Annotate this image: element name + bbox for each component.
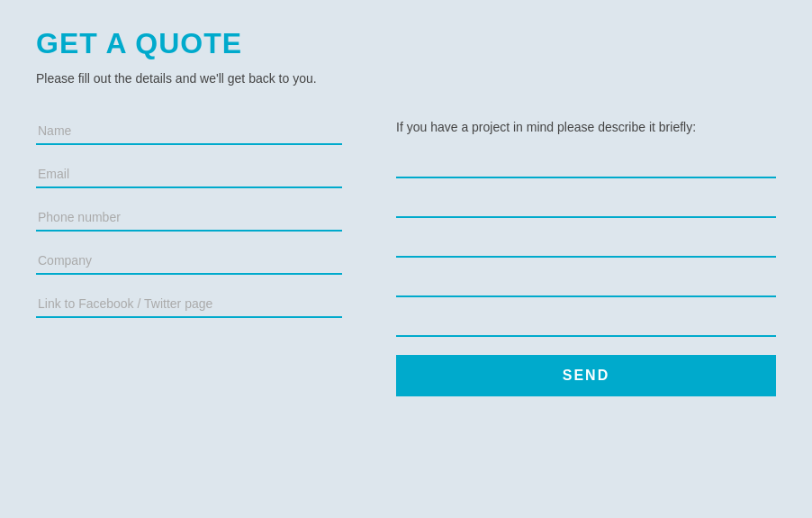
form-container: GET A QUOTE Please fill out the details … xyxy=(36,27,776,396)
project-description-label: If you have a project in mind please des… xyxy=(396,118,776,137)
desc-input-2[interactable] xyxy=(396,191,776,218)
name-input[interactable] xyxy=(36,118,342,145)
desc-field-1 xyxy=(396,151,776,178)
form-layout: If you have a project in mind please des… xyxy=(36,118,776,396)
desc-field-2 xyxy=(396,191,776,218)
desc-field-5 xyxy=(396,310,776,337)
desc-input-5[interactable] xyxy=(396,310,776,337)
email-input[interactable] xyxy=(36,161,342,188)
desc-input-4[interactable] xyxy=(396,270,776,297)
social-input[interactable] xyxy=(36,291,342,318)
right-inputs xyxy=(396,151,776,337)
form-right: If you have a project in mind please des… xyxy=(396,118,776,396)
subtitle: Please fill out the details and we'll ge… xyxy=(36,71,776,86)
phone-input[interactable] xyxy=(36,204,342,232)
page-title: GET A QUOTE xyxy=(36,27,776,60)
desc-input-3[interactable] xyxy=(396,231,776,258)
form-left xyxy=(36,118,342,396)
social-field xyxy=(36,291,342,318)
name-field xyxy=(36,118,342,145)
email-field xyxy=(36,161,342,188)
send-button[interactable]: SEND xyxy=(396,355,776,396)
desc-input-1[interactable] xyxy=(396,151,776,178)
desc-field-3 xyxy=(396,231,776,258)
company-input[interactable] xyxy=(36,248,342,275)
phone-field xyxy=(36,204,342,232)
desc-field-4 xyxy=(396,270,776,297)
company-field xyxy=(36,248,342,275)
